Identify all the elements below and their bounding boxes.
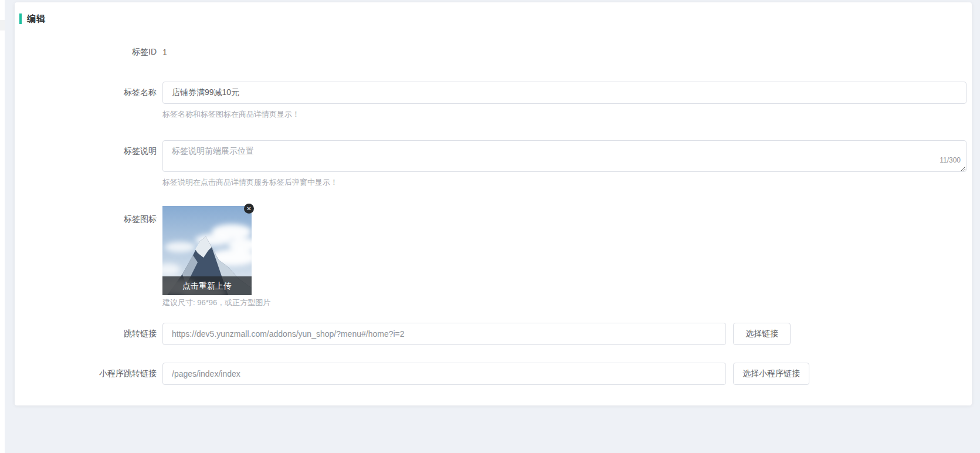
- close-icon[interactable]: ✕: [244, 204, 254, 214]
- page-title: 编辑: [27, 13, 46, 25]
- mini-link-label: 小程序跳转链接: [15, 363, 157, 385]
- row-tag-icon: 标签图标: [15, 206, 972, 308]
- tag-name-label: 标签名称: [15, 82, 157, 104]
- link-input[interactable]: [162, 323, 726, 345]
- row-mini-link: 小程序跳转链接 选择小程序链接: [15, 363, 972, 385]
- mini-link-input[interactable]: [162, 363, 726, 385]
- link-label: 跳转链接: [15, 323, 157, 345]
- tag-name-helper: 标签名称和标签图标在商品详情页显示！: [162, 109, 967, 120]
- tag-icon-label: 标签图标: [15, 206, 157, 308]
- select-link-button[interactable]: 选择链接: [733, 323, 791, 345]
- tag-desc-helper: 标签说明在点击商品详情页服务标签后弹窗中显示！: [162, 177, 967, 188]
- row-link: 跳转链接 选择链接: [15, 323, 972, 345]
- tag-icon-helper: 建议尺寸: 96*96，或正方型图片: [162, 298, 270, 308]
- edit-panel: 编辑 标签ID 1 标签名称 标签名称和标签图标在商品详情页显示！ 标签说明 标…: [15, 2, 972, 405]
- row-tag-id: 标签ID 1: [15, 46, 972, 58]
- row-tag-desc: 标签说明 标签说明前端展示位置 11/300 标签说明在点击商品详情页服务标签后…: [15, 140, 972, 188]
- collapsed-sidebar-item: [0, 20, 5, 31]
- tag-id-value: 1: [162, 48, 167, 57]
- tag-desc-textarea[interactable]: 标签说明前端展示位置: [162, 140, 967, 172]
- tag-name-input[interactable]: [162, 82, 967, 104]
- reupload-overlay[interactable]: 点击重新上传: [162, 276, 252, 295]
- tag-desc-label: 标签说明: [15, 140, 157, 188]
- icon-upload-area[interactable]: 点击重新上传 ✕: [162, 206, 252, 295]
- collapsed-sidebar-strip: [0, 0, 5, 453]
- select-mini-link-button[interactable]: 选择小程序链接: [733, 363, 809, 385]
- tag-id-label: 标签ID: [15, 47, 157, 58]
- accent-bar: [19, 13, 22, 24]
- panel-header: 编辑: [19, 12, 972, 25]
- edit-form: 标签ID 1 标签名称 标签名称和标签图标在商品详情页显示！ 标签说明 标签说明…: [15, 46, 972, 385]
- row-tag-name: 标签名称 标签名称和标签图标在商品详情页显示！: [15, 82, 972, 120]
